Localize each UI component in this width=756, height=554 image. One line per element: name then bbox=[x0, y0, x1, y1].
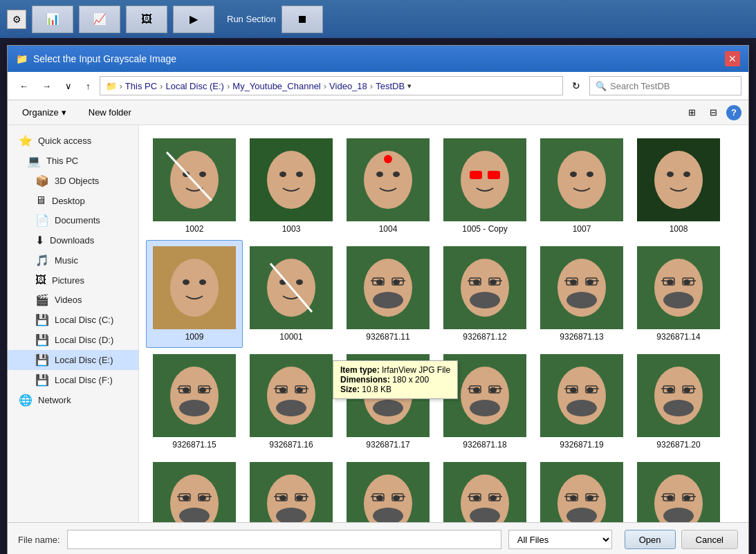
app-icon: ⚙ bbox=[7, 10, 26, 29]
app-bar: ⚙ 📊 📈 🖼 ▶ Run Section ⏹ bbox=[0, 0, 756, 38]
toolbar-btn-3[interactable]: 🖼 bbox=[126, 6, 167, 33]
toolbar-btn-2[interactable]: 📈 bbox=[79, 6, 120, 33]
toolbar-btn-1[interactable]: 📊 bbox=[32, 6, 73, 33]
toolbar-btn-5[interactable]: ⏹ bbox=[282, 6, 323, 33]
run-section-label: Run Section bbox=[227, 14, 276, 24]
toolbar-btn-4[interactable]: ▶ bbox=[173, 6, 214, 33]
